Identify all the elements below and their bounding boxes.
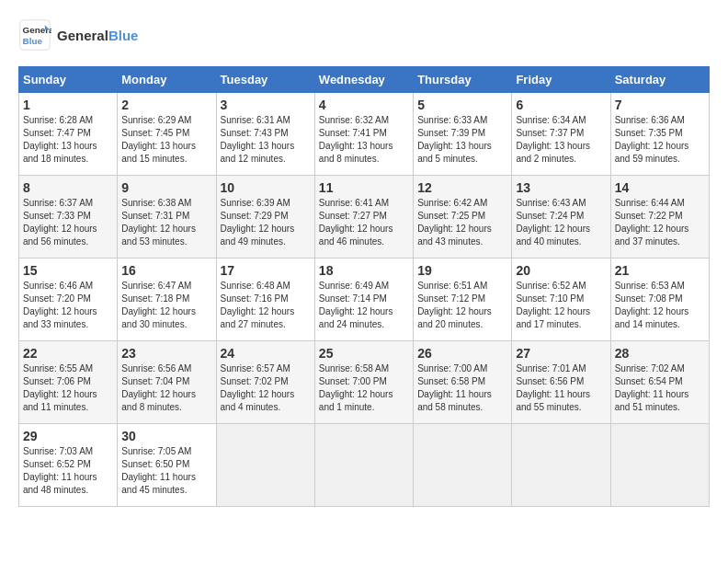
day-info: Sunrise: 6:28 AMSunset: 7:47 PMDaylight:… (23, 114, 113, 166)
day-header-saturday: Saturday (610, 67, 709, 93)
calendar-header-row: SundayMondayTuesdayWednesdayThursdayFrid… (19, 67, 710, 93)
week-row-4: 22Sunrise: 6:55 AMSunset: 7:06 PMDayligh… (19, 341, 710, 424)
calendar-cell: 29Sunrise: 7:03 AMSunset: 6:52 PMDayligh… (19, 424, 118, 507)
day-number: 8 (23, 180, 113, 195)
day-number: 14 (615, 180, 705, 195)
calendar-cell: 26Sunrise: 7:00 AMSunset: 6:58 PMDayligh… (414, 341, 512, 424)
day-number: 23 (121, 346, 211, 361)
day-number: 11 (319, 180, 409, 195)
day-number: 18 (319, 263, 409, 278)
calendar-cell: 1Sunrise: 6:28 AMSunset: 7:47 PMDaylight… (19, 93, 118, 176)
day-info: Sunrise: 6:38 AMSunset: 7:31 PMDaylight:… (121, 197, 211, 248)
day-info: Sunrise: 6:51 AMSunset: 7:12 PMDaylight:… (417, 280, 507, 331)
day-header-thursday: Thursday (414, 67, 512, 93)
day-info: Sunrise: 6:43 AMSunset: 7:24 PMDaylight:… (516, 197, 606, 248)
day-number: 17 (221, 263, 311, 278)
day-number: 4 (319, 98, 409, 112)
day-info: Sunrise: 6:31 AMSunset: 7:43 PMDaylight:… (221, 114, 311, 166)
day-number: 20 (516, 263, 606, 278)
day-info: Sunrise: 6:49 AMSunset: 7:14 PMDaylight:… (319, 280, 409, 331)
day-number: 2 (121, 98, 211, 112)
day-info: Sunrise: 7:02 AMSunset: 6:54 PMDaylight:… (615, 362, 705, 414)
day-number: 19 (417, 263, 507, 278)
calendar-cell: 13Sunrise: 6:43 AMSunset: 7:24 PMDayligh… (512, 176, 610, 259)
calendar-cell: 19Sunrise: 6:51 AMSunset: 7:12 PMDayligh… (414, 259, 512, 341)
day-number: 5 (417, 98, 507, 112)
calendar-table: SundayMondayTuesdayWednesdayThursdayFrid… (18, 66, 710, 507)
day-info: Sunrise: 6:44 AMSunset: 7:22 PMDaylight:… (615, 197, 705, 248)
calendar-cell: 22Sunrise: 6:55 AMSunset: 7:06 PMDayligh… (19, 341, 118, 424)
calendar-cell: 6Sunrise: 6:34 AMSunset: 7:37 PMDaylight… (512, 93, 610, 176)
calendar-cell (610, 424, 709, 507)
day-info: Sunrise: 7:01 AMSunset: 6:56 PMDaylight:… (516, 362, 606, 414)
day-info: Sunrise: 6:58 AMSunset: 7:00 PMDaylight:… (319, 362, 409, 414)
calendar-cell (314, 424, 413, 507)
day-info: Sunrise: 7:05 AMSunset: 6:50 PMDaylight:… (121, 445, 211, 497)
day-number: 6 (516, 98, 606, 112)
day-header-wednesday: Wednesday (314, 67, 413, 93)
day-number: 24 (221, 346, 311, 361)
day-number: 21 (615, 263, 705, 278)
week-row-3: 15Sunrise: 6:46 AMSunset: 7:20 PMDayligh… (19, 259, 710, 341)
calendar-cell: 15Sunrise: 6:46 AMSunset: 7:20 PMDayligh… (19, 259, 118, 341)
day-number: 27 (516, 346, 606, 361)
calendar-cell: 23Sunrise: 6:56 AMSunset: 7:04 PMDayligh… (118, 341, 216, 424)
day-number: 25 (319, 346, 409, 361)
day-info: Sunrise: 7:03 AMSunset: 6:52 PMDaylight:… (23, 445, 113, 497)
calendar-cell: 8Sunrise: 6:37 AMSunset: 7:33 PMDaylight… (19, 176, 118, 259)
day-info: Sunrise: 6:37 AMSunset: 7:33 PMDaylight:… (23, 197, 113, 248)
day-info: Sunrise: 6:33 AMSunset: 7:39 PMDaylight:… (417, 114, 507, 166)
page-header: General Blue GeneralBlue (18, 18, 710, 52)
day-info: Sunrise: 6:53 AMSunset: 7:08 PMDaylight:… (615, 280, 705, 331)
calendar-cell: 28Sunrise: 7:02 AMSunset: 6:54 PMDayligh… (610, 341, 709, 424)
calendar-cell: 11Sunrise: 6:41 AMSunset: 7:27 PMDayligh… (314, 176, 413, 259)
day-info: Sunrise: 6:52 AMSunset: 7:10 PMDaylight:… (516, 280, 606, 331)
week-row-2: 8Sunrise: 6:37 AMSunset: 7:33 PMDaylight… (19, 176, 710, 259)
day-number: 26 (417, 346, 507, 361)
logo-icon: General Blue (18, 18, 51, 52)
day-info: Sunrise: 6:39 AMSunset: 7:29 PMDaylight:… (221, 197, 311, 248)
svg-text:General: General (23, 25, 52, 35)
day-number: 10 (221, 180, 311, 195)
day-number: 12 (417, 180, 507, 195)
calendar-cell: 9Sunrise: 6:38 AMSunset: 7:31 PMDaylight… (118, 176, 216, 259)
day-number: 22 (23, 346, 113, 361)
day-number: 13 (516, 180, 606, 195)
calendar-cell: 4Sunrise: 6:32 AMSunset: 7:41 PMDaylight… (314, 93, 413, 176)
day-number: 3 (221, 98, 311, 112)
day-info: Sunrise: 6:29 AMSunset: 7:45 PMDaylight:… (121, 114, 211, 166)
calendar-cell: 18Sunrise: 6:49 AMSunset: 7:14 PMDayligh… (314, 259, 413, 341)
day-number: 1 (23, 98, 113, 112)
day-info: Sunrise: 6:41 AMSunset: 7:27 PMDaylight:… (319, 197, 409, 248)
logo: General Blue GeneralBlue (18, 18, 138, 52)
calendar-cell: 17Sunrise: 6:48 AMSunset: 7:16 PMDayligh… (216, 259, 314, 341)
calendar-cell (414, 424, 512, 507)
calendar-body: 1Sunrise: 6:28 AMSunset: 7:47 PMDaylight… (19, 93, 710, 507)
calendar-cell: 7Sunrise: 6:36 AMSunset: 7:35 PMDaylight… (610, 93, 709, 176)
week-row-5: 29Sunrise: 7:03 AMSunset: 6:52 PMDayligh… (19, 424, 710, 507)
day-info: Sunrise: 6:32 AMSunset: 7:41 PMDaylight:… (319, 114, 409, 166)
day-info: Sunrise: 6:56 AMSunset: 7:04 PMDaylight:… (121, 362, 211, 414)
day-info: Sunrise: 6:48 AMSunset: 7:16 PMDaylight:… (221, 280, 311, 331)
logo-text: GeneralBlue (57, 28, 138, 43)
calendar-cell (216, 424, 314, 507)
day-info: Sunrise: 6:36 AMSunset: 7:35 PMDaylight:… (615, 114, 705, 166)
day-info: Sunrise: 7:00 AMSunset: 6:58 PMDaylight:… (417, 362, 507, 414)
calendar-cell: 27Sunrise: 7:01 AMSunset: 6:56 PMDayligh… (512, 341, 610, 424)
day-info: Sunrise: 6:42 AMSunset: 7:25 PMDaylight:… (417, 197, 507, 248)
calendar-cell: 3Sunrise: 6:31 AMSunset: 7:43 PMDaylight… (216, 93, 314, 176)
day-info: Sunrise: 6:46 AMSunset: 7:20 PMDaylight:… (23, 280, 113, 331)
day-number: 9 (121, 180, 211, 195)
day-header-monday: Monday (118, 67, 216, 93)
svg-text:Blue: Blue (23, 36, 43, 46)
week-row-1: 1Sunrise: 6:28 AMSunset: 7:47 PMDaylight… (19, 93, 710, 176)
calendar-cell: 10Sunrise: 6:39 AMSunset: 7:29 PMDayligh… (216, 176, 314, 259)
day-header-tuesday: Tuesday (216, 67, 314, 93)
day-number: 30 (121, 429, 211, 443)
day-number: 7 (615, 98, 705, 112)
day-info: Sunrise: 6:47 AMSunset: 7:18 PMDaylight:… (121, 280, 211, 331)
calendar-cell: 5Sunrise: 6:33 AMSunset: 7:39 PMDaylight… (414, 93, 512, 176)
calendar-cell: 16Sunrise: 6:47 AMSunset: 7:18 PMDayligh… (118, 259, 216, 341)
day-number: 16 (121, 263, 211, 278)
calendar-cell (512, 424, 610, 507)
